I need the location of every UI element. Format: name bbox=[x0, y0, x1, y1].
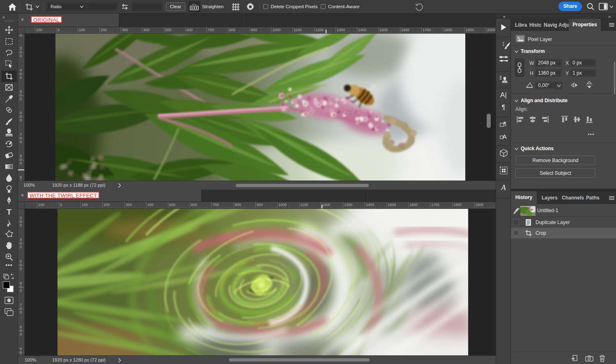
svg-text:¶: ¶ bbox=[503, 121, 506, 127]
svg-text:A: A bbox=[503, 133, 507, 140]
